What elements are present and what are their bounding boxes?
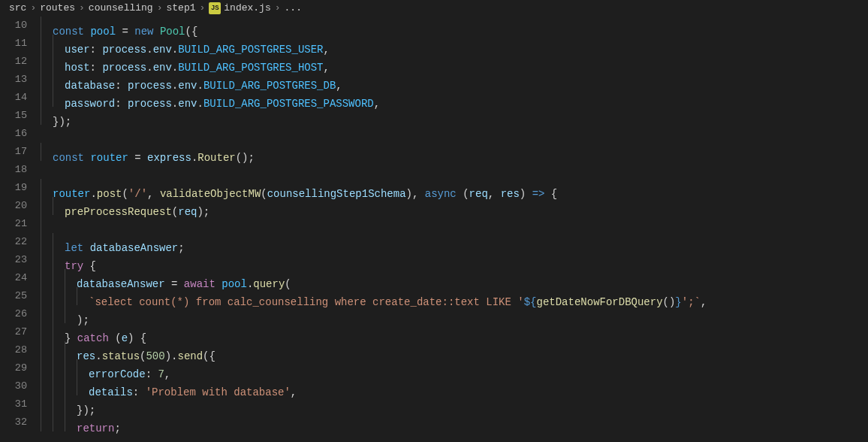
chevron-right-icon: ›	[275, 2, 281, 14]
code-line[interactable]: const router = express.Router();	[41, 143, 868, 161]
line-number: 23	[0, 251, 27, 269]
line-number: 25	[0, 287, 27, 305]
line-number: 20	[0, 197, 27, 215]
line-number: 28	[0, 341, 27, 359]
breadcrumb-item[interactable]: src	[9, 2, 26, 14]
line-number: 32	[0, 413, 27, 431]
code-line[interactable]: let databaseAnswer;	[41, 233, 868, 251]
line-number: 29	[0, 359, 27, 377]
code-line[interactable]: `select count(*) from calc_counselling w…	[41, 287, 868, 305]
breadcrumb-item[interactable]: counselling	[89, 2, 153, 14]
code-line[interactable]: const pool = new Pool({	[41, 17, 868, 35]
line-number: 17	[0, 143, 27, 161]
chevron-right-icon: ›	[200, 2, 206, 14]
line-number: 24	[0, 269, 27, 287]
code-line[interactable]: user: process.env.BUILD_ARG_POSTGRES_USE…	[41, 35, 868, 53]
line-number: 21	[0, 215, 27, 233]
line-number: 30	[0, 377, 27, 395]
code-line[interactable]: res.status(500).send({	[41, 341, 868, 359]
chevron-right-icon: ›	[30, 2, 36, 14]
line-number: 16	[0, 125, 27, 143]
code-content[interactable]: const pool = new Pool({ user: process.en…	[41, 17, 868, 442]
chevron-right-icon: ›	[79, 2, 85, 14]
code-editor[interactable]: 1011121314151617181920212223242526272829…	[0, 17, 868, 442]
line-number: 15	[0, 107, 27, 125]
breadcrumb-file[interactable]: index.js	[224, 2, 270, 14]
line-number: 14	[0, 89, 27, 107]
line-number: 18	[0, 161, 27, 179]
line-number: 31	[0, 395, 27, 413]
js-file-icon: JS	[209, 2, 221, 14]
line-number: 26	[0, 305, 27, 323]
code-line[interactable]: password: process.env.BUILD_ARG_POSTGRES…	[41, 89, 868, 107]
code-line[interactable]: } catch (e) {	[41, 323, 868, 341]
breadcrumb[interactable]: src › routes › counselling › step1 › JS …	[0, 0, 868, 17]
line-number-gutter: 1011121314151617181920212223242526272829…	[0, 17, 41, 442]
code-line[interactable]	[41, 125, 868, 143]
code-line[interactable]: databaseAnswer = await pool.query(	[41, 269, 868, 287]
chevron-right-icon: ›	[157, 2, 163, 14]
breadcrumb-item[interactable]: routes	[40, 2, 75, 14]
line-number: 10	[0, 17, 27, 35]
code-line[interactable]: router.post('/', validateObjectMW(counse…	[41, 179, 868, 197]
line-number: 27	[0, 323, 27, 341]
line-number: 12	[0, 53, 27, 71]
code-line[interactable]: host: process.env.BUILD_ARG_POSTGRES_HOS…	[41, 53, 868, 71]
code-line[interactable]: return;	[41, 413, 868, 431]
code-line[interactable]: database: process.env.BUILD_ARG_POSTGRES…	[41, 71, 868, 89]
code-line[interactable]: errorCode: 7,	[41, 359, 868, 377]
code-line[interactable]: details: 'Problem with database',	[41, 377, 868, 395]
line-number: 22	[0, 233, 27, 251]
line-number: 13	[0, 71, 27, 89]
line-number: 19	[0, 179, 27, 197]
line-number: 11	[0, 35, 27, 53]
breadcrumb-suffix[interactable]: ...	[285, 2, 302, 14]
breadcrumb-item[interactable]: step1	[166, 2, 195, 14]
